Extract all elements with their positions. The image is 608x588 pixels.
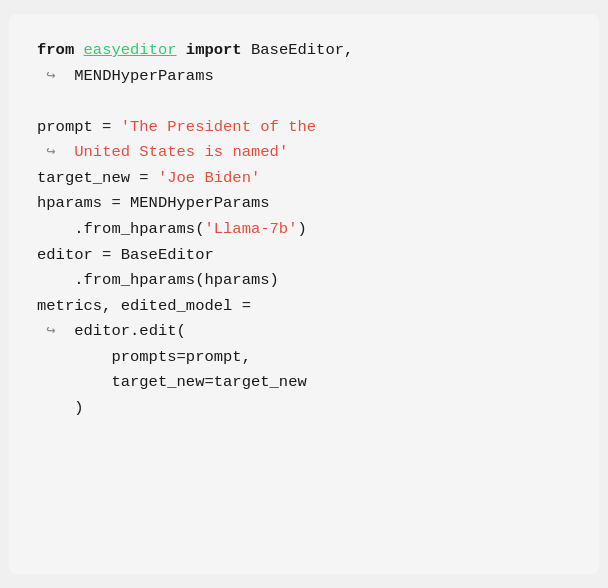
class-list: BaseEditor, <box>251 41 353 59</box>
code-line-12: prompts=prompt, <box>37 345 571 371</box>
continuation-arrow: ↪ <box>37 67 74 85</box>
continuation-arrow-3: ↪ <box>37 322 74 340</box>
close-paren-1: ) <box>297 220 306 238</box>
code-line-10: metrics, edited_model = <box>37 294 571 320</box>
metrics-assign: metrics, edited_model = <box>37 297 251 315</box>
empty-line <box>37 89 571 115</box>
from-hparams-call: .from_hparams( <box>37 220 204 238</box>
code-line-6: hparams = MENDHyperParams <box>37 191 571 217</box>
assign-op: = <box>93 118 121 136</box>
code-line-1: from easyeditor import BaseEditor, <box>37 38 571 64</box>
code-line-14: ) <box>37 396 571 422</box>
code-line-11: ↪ editor.edit( <box>37 319 571 345</box>
hparams-assign: hparams = MENDHyperParams <box>37 194 270 212</box>
string-joe-biden: 'Joe Biden' <box>158 169 260 187</box>
from-hparams-editor: .from_hparams(hparams) <box>37 271 279 289</box>
code-line-7: .from_hparams('Llama-7b') <box>37 217 571 243</box>
editor-edit-call: editor.edit( <box>74 322 186 340</box>
prompts-arg: prompts=prompt, <box>37 348 251 366</box>
code-line-3: prompt = 'The President of the <box>37 115 571 141</box>
code-line-13: target_new=target_new <box>37 370 571 396</box>
code-line-4: ↪ United States is named' <box>37 140 571 166</box>
string-prompt-end: United States is named' <box>74 143 288 161</box>
keyword-import: import <box>186 41 242 59</box>
continuation-arrow-2: ↪ <box>37 143 74 161</box>
editor-assign: editor = BaseEditor <box>37 246 214 264</box>
string-prompt-start: 'The President of the <box>121 118 316 136</box>
code-line-8: editor = BaseEditor <box>37 243 571 269</box>
code-line-9: .from_hparams(hparams) <box>37 268 571 294</box>
assign-op-2: = <box>130 169 158 187</box>
code-line-2: ↪ MENDHyperParams <box>37 64 571 90</box>
var-prompt: prompt <box>37 118 93 136</box>
module-easyeditor: easyeditor <box>84 41 177 59</box>
target-new-arg: target_new=target_new <box>37 373 307 391</box>
string-llama: 'Llama-7b' <box>204 220 297 238</box>
var-target-new: target_new <box>37 169 130 187</box>
keyword-from: from <box>37 41 74 59</box>
class-mendhyperparams: MENDHyperParams <box>74 67 214 85</box>
code-block: from easyeditor import BaseEditor, ↪ MEN… <box>9 14 599 574</box>
code-line-5: target_new = 'Joe Biden' <box>37 166 571 192</box>
closing-paren: ) <box>37 399 84 417</box>
